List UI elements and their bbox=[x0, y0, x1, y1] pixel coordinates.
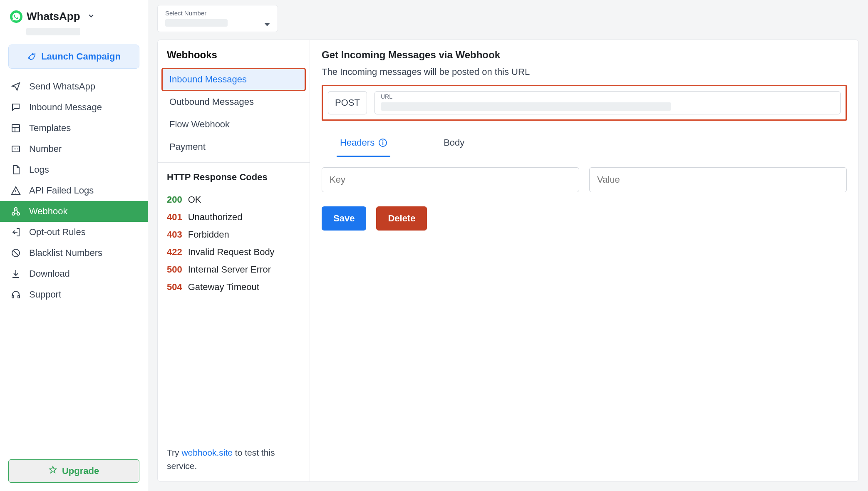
http-code-desc: Gateway Timeout bbox=[188, 282, 259, 293]
http-code-desc: Unauthorized bbox=[188, 212, 243, 223]
http-code: 422 bbox=[167, 247, 182, 258]
sidebar-item-send-whatsapp[interactable]: Send WhatsApp bbox=[0, 76, 148, 97]
sidebar-item-label: Send WhatsApp bbox=[29, 81, 95, 92]
launch-campaign-button[interactable]: Launch Campaign bbox=[8, 45, 139, 69]
upgrade-label: Upgrade bbox=[62, 466, 99, 476]
tab-headers[interactable]: Headers i bbox=[337, 131, 390, 157]
http-code: 401 bbox=[167, 212, 182, 223]
http-code-desc: OK bbox=[188, 194, 201, 205]
webhook-item-flow-webhook[interactable]: Flow Webhook bbox=[162, 113, 305, 136]
save-button[interactable]: Save bbox=[322, 206, 366, 231]
webhook-item-label: Payment bbox=[169, 141, 206, 152]
sidebar-item-label: Download bbox=[29, 268, 70, 279]
webhook-site-link[interactable]: webhook.site bbox=[181, 448, 233, 457]
ban-icon bbox=[10, 248, 22, 258]
download-icon bbox=[10, 269, 22, 279]
config-panel: Get Incoming Messages via Webhook The In… bbox=[310, 40, 858, 481]
caret-down-icon bbox=[264, 23, 270, 26]
webhooks-footer: Try webhook.site to test this service. bbox=[167, 436, 300, 472]
header-key-input[interactable] bbox=[322, 167, 579, 192]
svg-rect-9 bbox=[18, 295, 20, 298]
svg-point-4 bbox=[12, 213, 15, 215]
webhooks-title: Webhooks bbox=[158, 49, 310, 68]
http-code-row: 422Invalid Request Body bbox=[167, 243, 300, 261]
chevron-down-icon bbox=[87, 10, 95, 23]
chat-icon bbox=[10, 102, 22, 112]
webhook-item-label: Outbound Messages bbox=[169, 97, 254, 107]
main-area: Select Number Webhooks Inbound Messages … bbox=[148, 0, 868, 491]
webhooks-list: Webhooks Inbound Messages Outbound Messa… bbox=[158, 40, 310, 163]
http-codes-section: HTTP Response Codes 200OK 401Unauthorize… bbox=[158, 163, 310, 481]
http-codes-title: HTTP Response Codes bbox=[167, 172, 300, 183]
exit-icon bbox=[10, 227, 22, 237]
footer-prefix: Try bbox=[167, 448, 181, 457]
webhook-item-inbound-messages[interactable]: Inbound Messages bbox=[162, 68, 305, 91]
http-code: 200 bbox=[167, 194, 182, 205]
http-code-row: 401Unauthorized bbox=[167, 208, 300, 226]
sidebar-item-blacklist-numbers[interactable]: Blacklist Numbers bbox=[0, 243, 148, 263]
http-code: 504 bbox=[167, 282, 182, 293]
http-code: 403 bbox=[167, 229, 182, 240]
sidebar-item-opt-out-rules[interactable]: Opt-out Rules bbox=[0, 222, 148, 243]
webhook-item-outbound-messages[interactable]: Outbound Messages bbox=[162, 91, 305, 113]
http-code-desc: Invalid Request Body bbox=[188, 247, 275, 258]
sidebar-item-number[interactable]: Number bbox=[0, 139, 148, 159]
file-icon bbox=[10, 165, 22, 175]
upgrade-button[interactable]: Upgrade bbox=[8, 459, 139, 483]
headphones-icon bbox=[10, 290, 22, 300]
http-code: 500 bbox=[167, 264, 182, 275]
http-code-row: 504Gateway Timeout bbox=[167, 278, 300, 296]
http-method-label: POST bbox=[335, 97, 360, 108]
webhooks-panel: Webhooks Inbound Messages Outbound Messa… bbox=[158, 40, 310, 481]
url-box: POST URL bbox=[322, 85, 847, 121]
sidebar-item-label: API Failed Logs bbox=[29, 185, 94, 196]
webhook-item-label: Inbound Messages bbox=[169, 74, 247, 84]
sidebar-item-logs[interactable]: Logs bbox=[0, 159, 148, 180]
whatsapp-logo-icon bbox=[10, 10, 22, 23]
config-title: Get Incoming Messages via Webhook bbox=[322, 49, 847, 61]
webhook-item-label: Flow Webhook bbox=[169, 119, 230, 129]
sidebar-item-api-failed-logs[interactable]: API Failed Logs bbox=[0, 180, 148, 201]
header-kv-row bbox=[322, 167, 847, 192]
sidebar-item-support[interactable]: Support bbox=[0, 284, 148, 305]
sidebar-item-label: Number bbox=[29, 144, 62, 154]
http-code-row: 500Internal Server Error bbox=[167, 261, 300, 278]
button-row: Save Delete bbox=[322, 206, 847, 231]
number-icon bbox=[10, 144, 22, 154]
svg-point-5 bbox=[17, 213, 20, 215]
info-icon[interactable]: i bbox=[379, 139, 387, 147]
sidebar-item-label: Webhook bbox=[29, 206, 68, 217]
sidebar-item-templates[interactable]: Templates bbox=[0, 118, 148, 139]
layout-icon bbox=[10, 123, 22, 133]
webhook-item-payment[interactable]: Payment bbox=[162, 136, 305, 158]
sidebar-nav: Send WhatsApp Inbound Message Templates … bbox=[0, 76, 148, 459]
number-select[interactable]: Select Number bbox=[157, 5, 278, 32]
number-select-value-masked bbox=[165, 19, 228, 27]
svg-rect-2 bbox=[12, 124, 20, 132]
number-select-label: Select Number bbox=[165, 10, 271, 17]
delete-button[interactable]: Delete bbox=[376, 206, 427, 231]
http-code-row: 403Forbidden bbox=[167, 226, 300, 243]
sidebar-item-label: Templates bbox=[29, 123, 71, 134]
sidebar-item-label: Opt-out Rules bbox=[29, 227, 86, 238]
warning-icon bbox=[10, 186, 22, 196]
launch-campaign-label: Launch Campaign bbox=[41, 51, 121, 62]
brand-title: WhatsApp bbox=[27, 10, 80, 23]
http-code-row: 200OK bbox=[167, 191, 300, 208]
sidebar-item-webhook[interactable]: Webhook bbox=[0, 201, 148, 222]
sidebar-item-download[interactable]: Download bbox=[0, 263, 148, 284]
header-value-input[interactable] bbox=[589, 167, 847, 192]
tab-body[interactable]: Body bbox=[440, 131, 468, 157]
panels: Webhooks Inbound Messages Outbound Messa… bbox=[157, 40, 859, 482]
url-field-label: URL bbox=[381, 93, 392, 100]
tab-label: Body bbox=[444, 137, 464, 148]
star-icon bbox=[49, 466, 57, 476]
sidebar-item-label: Blacklist Numbers bbox=[29, 248, 102, 258]
url-input[interactable]: URL bbox=[374, 91, 841, 114]
sidebar-item-label: Inbound Message bbox=[29, 102, 102, 113]
config-description: The Incoming messages will be posted on … bbox=[322, 67, 847, 77]
brand-header[interactable]: WhatsApp bbox=[0, 5, 148, 26]
sidebar: WhatsApp Launch Campaign Send WhatsApp I… bbox=[0, 0, 148, 491]
http-code-desc: Forbidden bbox=[188, 229, 229, 240]
sidebar-item-inbound-message[interactable]: Inbound Message bbox=[0, 97, 148, 118]
